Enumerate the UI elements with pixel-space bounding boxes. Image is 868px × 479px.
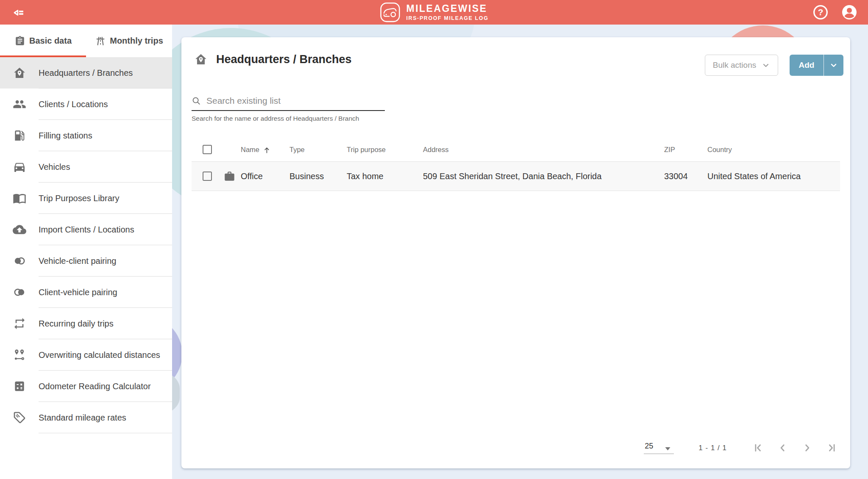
- cell-zip: 33004: [664, 162, 688, 191]
- collapse-sidebar-glyph: [10, 6, 25, 20]
- app-header: MILEAGEWISE IRS-PROOF MILEAGE LOG ?: [0, 0, 868, 25]
- brand: MILEAGEWISE IRS-PROOF MILEAGE LOG: [379, 0, 488, 25]
- home-pin-icon: [194, 53, 208, 66]
- first-page-icon[interactable]: [752, 442, 764, 454]
- car-icon: [13, 160, 26, 174]
- table-row[interactable]: Office Business Tax home 509 East Sherid…: [192, 162, 840, 191]
- headquarters-table: Name Type Trip purpose Address ZIP Count…: [192, 137, 840, 191]
- sidebar-item-headquarters-branches[interactable]: Headquarters / Branches: [0, 57, 172, 89]
- mileagewise-logo-icon: [379, 2, 401, 23]
- home-pin-icon: [13, 66, 26, 80]
- sidebar-item-label: Headquarters / Branches: [39, 68, 133, 78]
- gas-pump-icon: [13, 129, 26, 142]
- sidebar-item-label: Overwriting calculated distances: [39, 350, 160, 360]
- sidebar-item-client-vehicle-pairing[interactable]: Client-vehicle pairing: [0, 277, 172, 308]
- main-content-card: Headquarters / Branches Bulk actions Add: [181, 37, 850, 468]
- route-pins-icon: [13, 348, 26, 362]
- cell-name: Office: [241, 162, 263, 191]
- page-size-select[interactable]: 25: [644, 442, 674, 454]
- venn-right-icon: [13, 285, 26, 299]
- bulk-actions-button[interactable]: Bulk actions: [705, 55, 778, 76]
- add-dropdown-button[interactable]: [824, 55, 843, 76]
- sidebar-item-label: Clients / Locations: [39, 100, 108, 109]
- brand-name: MILEAGEWISE: [406, 3, 488, 14]
- sidebar-item-clients-locations[interactable]: Clients / Locations: [0, 89, 172, 120]
- column-header-type[interactable]: Type: [289, 137, 305, 162]
- brand-tagline: IRS-PROOF MILEAGE LOG: [406, 15, 488, 21]
- column-header-trip-purpose[interactable]: Trip purpose: [347, 137, 386, 162]
- row-checkbox[interactable]: [203, 172, 212, 181]
- tab-monthly-trips[interactable]: Monthly trips: [86, 25, 172, 57]
- page-title: Headquarters / Branches: [216, 53, 352, 66]
- clipboard-icon: [14, 36, 25, 47]
- pagination: 25 1 - 1 / 1: [644, 442, 837, 454]
- column-header-zip[interactable]: ZIP: [664, 137, 675, 162]
- sidebar-menu: Headquarters / Branches Clients / Locati…: [0, 57, 172, 433]
- chevron-down-icon: [762, 61, 770, 69]
- sidebar-item-recurring-daily-trips[interactable]: Recurring daily trips: [0, 308, 172, 339]
- sidebar-item-label: Filling stations: [39, 131, 92, 141]
- sidebar-item-label: Import Clients / Locations: [39, 225, 134, 235]
- sidebar-item-label: Vehicles: [39, 162, 70, 172]
- sidebar-item-label: Recurring daily trips: [39, 319, 114, 329]
- last-page-icon[interactable]: [826, 442, 837, 454]
- previous-page-icon[interactable]: [777, 442, 788, 454]
- column-header-country[interactable]: Country: [707, 137, 732, 162]
- search-input[interactable]: [206, 96, 385, 106]
- open-book-icon: [13, 191, 26, 205]
- dropdown-arrow-icon: [665, 447, 670, 451]
- collapse-sidebar-icon[interactable]: [9, 5, 25, 21]
- cell-country: United States of America: [707, 162, 801, 191]
- sidebar-item-filling-stations[interactable]: Filling stations: [0, 120, 172, 151]
- tab-label: Basic data: [29, 36, 72, 46]
- column-header-address[interactable]: Address: [423, 137, 449, 162]
- add-split-button: Add: [790, 55, 843, 76]
- table-header-row: Name Type Trip purpose Address ZIP Count…: [192, 137, 840, 162]
- add-button[interactable]: Add: [790, 55, 823, 76]
- sidebar-item-trip-purposes-library[interactable]: Trip Purposes Library: [0, 183, 172, 214]
- sidebar-item-odometer-reading-calculator[interactable]: Odometer Reading Calculator: [0, 371, 172, 402]
- pagination-range: 1 - 1 / 1: [698, 444, 727, 452]
- next-page-icon[interactable]: [801, 442, 813, 454]
- sidebar-item-vehicles[interactable]: Vehicles: [0, 151, 172, 183]
- sidebar-tabs: Basic data Monthly trips: [0, 25, 172, 57]
- tab-basic-data[interactable]: Basic data: [0, 25, 86, 57]
- cell-type: Business: [289, 162, 324, 191]
- sidebar-item-standard-mileage-rates[interactable]: Standard mileage rates: [0, 402, 172, 433]
- sidebar-item-label: Standard mileage rates: [39, 413, 126, 423]
- sidebar-item-label: Vehicle-client pairing: [39, 256, 116, 266]
- venn-left-icon: [13, 254, 26, 268]
- search-icon: [192, 96, 201, 105]
- chevron-down-icon: [829, 61, 838, 69]
- people-icon: [13, 97, 26, 111]
- cell-trip-purpose: Tax home: [347, 162, 384, 191]
- page-size-value: 25: [645, 442, 653, 451]
- repeat-icon: [13, 317, 26, 330]
- svg-text:?: ?: [818, 7, 823, 17]
- sidebar-item-vehicle-client-pairing[interactable]: Vehicle-client pairing: [0, 245, 172, 277]
- bulk-actions-label: Bulk actions: [713, 61, 756, 70]
- help-icon[interactable]: ?: [812, 4, 829, 21]
- highway-icon: [95, 36, 106, 47]
- cloud-upload-icon: [13, 223, 26, 236]
- tab-label: Monthly trips: [110, 36, 163, 46]
- sidebar-item-label: Trip Purposes Library: [39, 194, 119, 203]
- sidebar-item-import-clients-locations[interactable]: Import Clients / Locations: [0, 214, 172, 245]
- sidebar: Basic data Monthly trips Headquarters / …: [0, 25, 172, 479]
- tag-icon: [13, 411, 26, 424]
- select-all-checkbox[interactable]: [203, 145, 212, 154]
- divider: [39, 433, 172, 433]
- account-icon[interactable]: [841, 4, 858, 21]
- sort-ascending-icon: [263, 146, 271, 154]
- sidebar-item-overwriting-calculated-distances[interactable]: Overwriting calculated distances: [0, 339, 172, 371]
- calculator-icon: [13, 379, 26, 393]
- sidebar-item-label: Odometer Reading Calculator: [39, 382, 151, 391]
- briefcase-icon: [224, 171, 235, 182]
- cell-address: 509 East Sheridan Street, Dania Beach, F…: [423, 162, 601, 191]
- column-header-name[interactable]: Name: [241, 137, 271, 162]
- search-helper-text: Search for the name or address of Headqu…: [192, 115, 385, 122]
- sidebar-item-label: Client-vehicle pairing: [39, 288, 117, 297]
